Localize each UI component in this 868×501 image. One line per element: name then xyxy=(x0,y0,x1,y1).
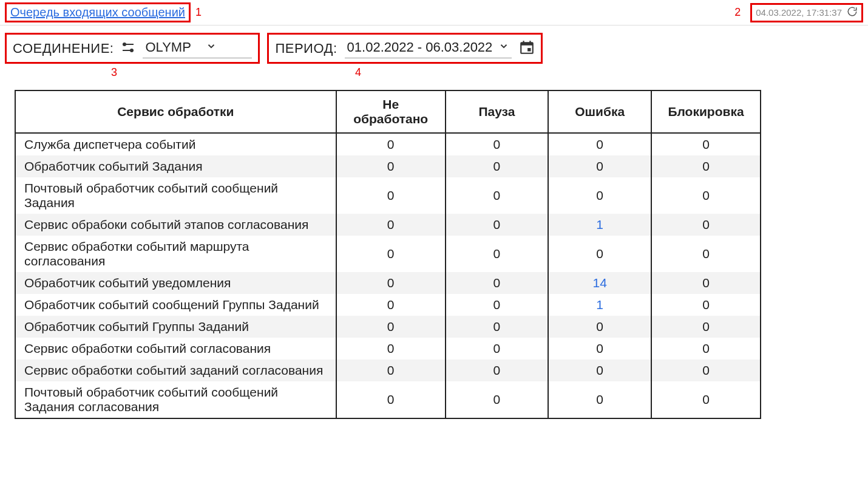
queue-table: Сервис обработки Не обработано Пауза Оши… xyxy=(15,90,761,419)
cell-unprocessed: 0 xyxy=(336,381,446,418)
cell-pause: 0 xyxy=(446,316,549,338)
cell-pause: 0 xyxy=(446,272,549,294)
period-filter-box: ПЕРИОД: 01.02.2022 - 06.03.2022 xyxy=(267,33,543,64)
cell-block: 0 xyxy=(651,236,761,272)
cell-unprocessed: 0 xyxy=(336,316,446,338)
cell-pause: 0 xyxy=(446,133,549,155)
top-bar: Очередь входящих сообщений 1 2 04.03.202… xyxy=(0,0,868,26)
table-row: Обработчик событий Задания0000 xyxy=(15,155,761,177)
cell-block: 0 xyxy=(651,294,761,316)
col-error: Ошибка xyxy=(548,90,651,133)
connection-filter-box: СОЕДИНЕНИЕ: OLYMP xyxy=(5,33,260,64)
cell-unprocessed: 0 xyxy=(336,133,446,155)
page-title-box: Очередь входящих сообщений xyxy=(5,2,191,22)
cell-pause: 0 xyxy=(446,236,549,272)
chevron-down-icon xyxy=(498,41,509,54)
svg-rect-5 xyxy=(521,43,534,45)
cell-block: 0 xyxy=(651,338,761,360)
cell-error: 0 xyxy=(548,360,651,381)
cell-block: 0 xyxy=(651,360,761,381)
period-label: ПЕРИОД: xyxy=(275,41,337,56)
cell-service: Служба диспетчера событий xyxy=(15,133,336,155)
cell-error: 0 xyxy=(548,155,651,177)
timestamp-box: 04.03.2022, 17:31:37 xyxy=(750,3,863,22)
cell-unprocessed: 0 xyxy=(336,214,446,236)
cell-error: 0 xyxy=(548,316,651,338)
table-row: Почтовый обработчик событий сообщений За… xyxy=(15,177,761,214)
cell-unprocessed: 0 xyxy=(336,294,446,316)
timestamp: 04.03.2022, 17:31:37 xyxy=(756,7,842,18)
cell-pause: 0 xyxy=(446,360,549,381)
calendar-icon[interactable] xyxy=(519,39,535,58)
cell-service: Сервис обработки событий заданий согласо… xyxy=(15,360,336,381)
page-title-link[interactable]: Очередь входящих сообщений xyxy=(10,5,185,19)
cell-block: 0 xyxy=(651,155,761,177)
cell-service: Сервис обработки событий согласования xyxy=(15,338,336,360)
chevron-down-icon xyxy=(206,41,217,54)
cell-block: 0 xyxy=(651,177,761,214)
cell-error: 0 xyxy=(548,177,651,214)
cell-block: 0 xyxy=(651,381,761,418)
annotation-4: 4 xyxy=(355,66,361,79)
cell-pause: 0 xyxy=(446,381,549,418)
cell-pause: 0 xyxy=(446,214,549,236)
annotation-2: 2 xyxy=(734,6,741,19)
cell-unprocessed: 0 xyxy=(336,177,446,214)
cell-block: 0 xyxy=(651,316,761,338)
cell-error: 0 xyxy=(548,236,651,272)
cell-error: 0 xyxy=(548,381,651,418)
period-value: 01.02.2022 - 06.03.2022 xyxy=(347,39,493,55)
cell-error: 0 xyxy=(548,338,651,360)
cell-pause: 0 xyxy=(446,155,549,177)
cell-service: Сервис обработки событий маршрута соглас… xyxy=(15,236,336,272)
col-unprocessed: Не обработано xyxy=(336,90,446,133)
cell-service: Обработчик событий Задания xyxy=(15,155,336,177)
cell-service: Почтовый обработчик событий сообщений За… xyxy=(15,381,336,418)
cell-unprocessed: 0 xyxy=(336,272,446,294)
table-row: Почтовый обработчик событий сообщений За… xyxy=(15,381,761,418)
cell-block: 0 xyxy=(651,272,761,294)
col-block: Блокировка xyxy=(651,90,761,133)
connection-value: OLYMP xyxy=(145,39,191,55)
period-dropdown[interactable]: 01.02.2022 - 06.03.2022 xyxy=(345,38,512,58)
table-row: Обработчик событий сообщений Группы Зада… xyxy=(15,294,761,316)
table-row: Сервис обрабоки событий этапов согласова… xyxy=(15,214,761,236)
cell-unprocessed: 0 xyxy=(336,155,446,177)
table-row: Обработчик событий уведомления00140 xyxy=(15,272,761,294)
connection-label: СОЕДИНЕНИЕ: xyxy=(13,41,114,56)
cell-unprocessed: 0 xyxy=(336,360,446,381)
connection-icon xyxy=(121,40,135,57)
cell-pause: 0 xyxy=(446,338,549,360)
cell-error[interactable]: 1 xyxy=(548,214,651,236)
cell-service: Обработчик событий сообщений Группы Зада… xyxy=(15,294,336,316)
cell-service: Почтовый обработчик событий сообщений За… xyxy=(15,177,336,214)
col-pause: Пауза xyxy=(446,90,549,133)
table-row: Обработчик событий Группы Заданий0000 xyxy=(15,316,761,338)
cell-unprocessed: 0 xyxy=(336,338,446,360)
table-row: Сервис обработки событий маршрута соглас… xyxy=(15,236,761,272)
cell-service: Обработчик событий Группы Заданий xyxy=(15,316,336,338)
annotation-3: 3 xyxy=(111,66,117,79)
table-container: Сервис обработки Не обработано Пауза Оши… xyxy=(0,79,868,419)
cell-pause: 0 xyxy=(446,294,549,316)
table-row: Служба диспетчера событий0000 xyxy=(15,133,761,155)
cell-service: Сервис обрабоки событий этапов согласова… xyxy=(15,214,336,236)
annotation-1: 1 xyxy=(195,6,202,19)
svg-rect-6 xyxy=(527,48,531,51)
cell-service: Обработчик событий уведомления xyxy=(15,272,336,294)
cell-pause: 0 xyxy=(446,177,549,214)
filters-row: СОЕДИНЕНИЕ: OLYMP ПЕРИОД: 01.02.2022 - 0… xyxy=(0,26,868,64)
col-service: Сервис обработки xyxy=(15,90,336,133)
cell-error[interactable]: 14 xyxy=(548,272,651,294)
table-row: Сервис обработки событий заданий согласо… xyxy=(15,360,761,381)
refresh-icon[interactable] xyxy=(847,6,858,19)
connection-dropdown[interactable]: OLYMP xyxy=(143,38,252,58)
cell-error: 0 xyxy=(548,133,651,155)
annotation-row: 3 4 xyxy=(0,64,868,79)
cell-unprocessed: 0 xyxy=(336,236,446,272)
cell-error[interactable]: 1 xyxy=(548,294,651,316)
cell-block: 0 xyxy=(651,133,761,155)
cell-block: 0 xyxy=(651,214,761,236)
table-row: Сервис обработки событий согласования000… xyxy=(15,338,761,360)
